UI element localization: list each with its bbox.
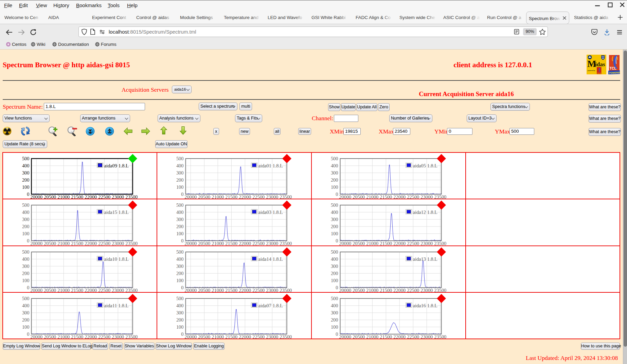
svg-text:200: 200 (330, 224, 338, 229)
svg-text:300: 300 (22, 310, 30, 315)
svg-text:20500: 20500 (44, 241, 56, 246)
svg-text:500: 500 (330, 295, 338, 301)
svg-text:500: 500 (330, 249, 338, 254)
svg-text:0: 0 (27, 285, 29, 290)
svg-text:100: 100 (22, 184, 30, 190)
svg-text:100: 100 (176, 277, 184, 283)
svg-text:aida05 1.8.L: aida05 1.8.L (413, 163, 437, 168)
svg-text:23500: 23500 (434, 194, 446, 199)
svg-text:100: 100 (330, 324, 338, 329)
svg-text:22500: 22500 (407, 334, 419, 339)
svg-text:400: 400 (22, 256, 30, 261)
svg-text:400: 400 (330, 210, 338, 215)
svg-text:TCL: TCL (610, 66, 617, 70)
svg-text:23000: 23000 (266, 194, 279, 199)
svg-text:200: 200 (176, 270, 184, 276)
svg-text:0: 0 (181, 285, 184, 290)
svg-text:22000: 22000 (393, 287, 406, 292)
svg-text:300: 300 (330, 263, 338, 269)
svg-text:23000: 23000 (112, 194, 124, 199)
svg-text:100: 100 (330, 231, 338, 236)
svg-text:22000: 22000 (239, 241, 251, 246)
svg-text:aida12 1.8.L: aida12 1.8.L (413, 210, 437, 215)
svg-text:300: 300 (176, 263, 184, 269)
svg-text:300: 300 (176, 170, 184, 176)
svg-text:21000: 21000 (212, 287, 224, 292)
svg-text:400: 400 (330, 256, 338, 261)
svg-text:100: 100 (176, 184, 184, 190)
svg-text:22500: 22500 (253, 334, 265, 339)
svg-text:20500: 20500 (44, 334, 56, 339)
svg-text:23500: 23500 (125, 334, 138, 339)
svg-text:100: 100 (22, 231, 30, 236)
svg-text:22000: 22000 (393, 334, 406, 339)
svg-text:0: 0 (27, 331, 29, 336)
svg-text:20500: 20500 (198, 241, 211, 246)
svg-text:aida16 1.8.L: aida16 1.8.L (413, 303, 437, 308)
svg-text:20500: 20500 (198, 194, 211, 199)
svg-text:21000: 21000 (366, 194, 378, 199)
svg-text:500: 500 (22, 295, 30, 301)
svg-text:200: 200 (22, 270, 30, 276)
svg-text:20000: 20000 (30, 334, 42, 339)
svg-text:200: 200 (330, 270, 338, 276)
svg-text:22500: 22500 (253, 287, 265, 292)
svg-text:400: 400 (22, 210, 30, 215)
svg-text:23500: 23500 (280, 334, 292, 339)
svg-text:23500: 23500 (434, 241, 446, 246)
svg-text:200: 200 (330, 177, 338, 183)
svg-text:22500: 22500 (98, 334, 110, 339)
svg-text:21500: 21500 (71, 194, 83, 199)
svg-text:23000: 23000 (266, 287, 279, 292)
svg-text:22000: 22000 (85, 287, 97, 292)
svg-text:21000: 21000 (212, 194, 224, 199)
svg-text:20000: 20000 (30, 241, 42, 246)
svg-text:22500: 22500 (98, 287, 110, 292)
svg-text:22500: 22500 (407, 241, 419, 246)
svg-text:0: 0 (27, 238, 29, 243)
svg-text:500: 500 (22, 156, 30, 161)
svg-text:21500: 21500 (226, 334, 238, 339)
svg-text:22000: 22000 (85, 241, 97, 246)
svg-text:20000: 20000 (185, 287, 197, 292)
svg-text:0: 0 (27, 192, 29, 197)
svg-text:400: 400 (22, 303, 30, 308)
svg-text:500: 500 (330, 156, 338, 161)
svg-text:23500: 23500 (280, 194, 292, 199)
svg-text:23000: 23000 (112, 334, 124, 339)
svg-text:23500: 23500 (125, 287, 138, 292)
svg-text:100: 100 (330, 184, 338, 190)
svg-text:200: 200 (176, 224, 184, 229)
svg-text:21500: 21500 (380, 334, 392, 339)
svg-text:21000: 21000 (57, 241, 70, 246)
svg-text:21500: 21500 (226, 241, 238, 246)
svg-text:100: 100 (22, 277, 30, 283)
svg-text:22000: 22000 (85, 194, 97, 199)
svg-text:23000: 23000 (420, 334, 433, 339)
svg-text:200: 200 (22, 224, 30, 229)
svg-text:22000: 22000 (393, 241, 406, 246)
svg-text:300: 300 (176, 217, 184, 222)
svg-text:200: 200 (330, 317, 338, 322)
svg-text:aida15 1.8.L: aida15 1.8.L (104, 210, 129, 215)
svg-text:20000: 20000 (339, 287, 351, 292)
svg-text:0: 0 (336, 331, 338, 336)
svg-text:21500: 21500 (71, 287, 83, 292)
svg-text:POWERED: POWERED (609, 71, 620, 74)
svg-text:23500: 23500 (280, 241, 292, 246)
svg-text:21500: 21500 (226, 194, 238, 199)
svg-text:22500: 22500 (253, 194, 265, 199)
svg-text:300: 300 (22, 263, 30, 269)
svg-text:21000: 21000 (366, 287, 378, 292)
svg-text:100: 100 (176, 324, 184, 329)
svg-text:0: 0 (181, 331, 184, 336)
svg-text:aida07 1.8.L: aida07 1.8.L (258, 303, 283, 308)
svg-text:20500: 20500 (353, 241, 365, 246)
svg-text:400: 400 (22, 163, 30, 168)
svg-text:aida10 1.8.L: aida10 1.8.L (104, 256, 129, 262)
svg-text:23000: 23000 (420, 241, 433, 246)
svg-text:22000: 22000 (239, 287, 251, 292)
svg-text:23500: 23500 (125, 194, 138, 199)
svg-text:21000: 21000 (212, 334, 224, 339)
svg-text:20500: 20500 (44, 194, 56, 199)
